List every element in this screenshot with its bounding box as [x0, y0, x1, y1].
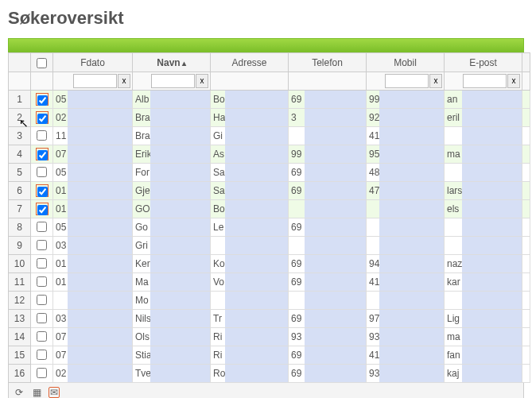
row-checkbox[interactable]	[37, 350, 47, 360]
redaction-mask	[68, 200, 132, 218]
cell-navn: Gje	[133, 182, 211, 200]
row-checkbox[interactable]	[37, 331, 47, 342]
cell-epost: an	[445, 91, 522, 109]
redaction-mask	[68, 91, 132, 108]
cell-telefon: 69	[289, 365, 367, 383]
col-adresse[interactable]: Adresse	[211, 53, 289, 72]
col-fdato[interactable]: Fdato	[53, 53, 133, 72]
filter-fdato-input[interactable]	[73, 74, 117, 88]
redaction-mask	[305, 365, 366, 382]
cell-checkbox[interactable]	[31, 127, 53, 145]
refresh-icon[interactable]: ⟳	[14, 387, 25, 398]
cell-mobil: 94	[367, 255, 445, 273]
cell-checkbox[interactable]	[31, 145, 53, 164]
cell-epost: naz	[445, 255, 522, 273]
cell-fdato	[53, 292, 133, 310]
table-row[interactable]: 805GoLe69	[9, 218, 530, 237]
redaction-mask	[379, 200, 444, 218]
cell-checkbox[interactable]	[31, 182, 53, 200]
table-row[interactable]: 1507StiaRi6941fan	[9, 346, 530, 365]
row-checkbox[interactable]	[37, 187, 48, 197]
filter-epost-input[interactable]	[463, 74, 507, 88]
filter-mobil-input[interactable]	[385, 74, 429, 88]
redaction-mask	[305, 127, 366, 145]
redaction-mask	[379, 255, 444, 272]
cell-telefon: 69	[289, 91, 367, 109]
row-checkbox[interactable]	[37, 295, 47, 305]
table-row[interactable]: 1303NilsTr6997Lig	[9, 310, 530, 328]
table-row[interactable]: 1602TveRo6993kaj	[9, 365, 530, 383]
col-navn[interactable]: Navn▴	[133, 53, 211, 72]
cell-navn: Gri	[133, 237, 211, 255]
filter-mobil-clear[interactable]: x	[429, 74, 442, 88]
table-row[interactable]: 311BraGi41	[9, 127, 530, 145]
table-row[interactable]: 12Mo	[9, 292, 530, 310]
filter-navn-clear[interactable]: x	[196, 74, 208, 88]
row-checkbox[interactable]	[37, 167, 47, 177]
cell-checkbox[interactable]	[31, 218, 53, 237]
filter-blank1	[9, 72, 31, 91]
redaction-mask	[379, 91, 444, 108]
row-checkbox[interactable]	[37, 368, 47, 378]
cell-checkbox[interactable]	[31, 237, 53, 255]
table-row[interactable]: 505ForSa6948	[9, 164, 530, 182]
redaction-mask	[305, 91, 366, 108]
cell-checkbox[interactable]	[31, 328, 53, 346]
cell-checkbox[interactable]	[31, 255, 53, 273]
cell-checkbox[interactable]	[31, 91, 53, 109]
cell-checkbox[interactable]	[31, 292, 53, 310]
cell-checkbox[interactable]	[31, 200, 53, 218]
cell-fdato: 02	[53, 109, 133, 127]
table-row[interactable]: 1407OlsRi9393ma	[9, 328, 530, 346]
cell-checkbox[interactable]	[31, 310, 53, 328]
cell-fdato: 01	[53, 255, 133, 273]
row-checkbox[interactable]	[37, 258, 47, 269]
grid-icon[interactable]: ▦	[31, 387, 42, 398]
col-telefon[interactable]: Telefon	[289, 53, 367, 72]
cell-rownum: 6	[9, 182, 31, 200]
cell-checkbox[interactable]	[31, 346, 53, 365]
cell-extra	[522, 182, 530, 200]
redaction-mask	[462, 292, 522, 309]
filter-navn-input[interactable]	[151, 74, 195, 88]
cell-mobil: 93	[367, 328, 445, 346]
cell-epost: fan	[445, 346, 522, 365]
row-checkbox[interactable]	[37, 130, 47, 141]
table-row[interactable]: 105AlbBo6999an	[9, 91, 530, 109]
cell-mobil: 41	[367, 127, 445, 145]
table-row[interactable]: 1001KerKo6994naz	[9, 255, 530, 273]
table-row[interactable]: 903Gri	[9, 237, 530, 255]
row-checkbox[interactable]	[37, 313, 47, 323]
cell-adresse: Gi	[211, 127, 289, 145]
row-checkbox[interactable]	[37, 276, 47, 287]
row-checkbox[interactable]	[37, 114, 48, 124]
cell-checkbox[interactable]	[31, 273, 53, 292]
table-row[interactable]: 202BraHa392eril	[9, 109, 530, 127]
col-epost[interactable]: E-post	[445, 53, 522, 72]
cell-checkbox[interactable]	[31, 109, 53, 127]
table-row[interactable]: 701GOBoels	[9, 200, 530, 218]
applicants-table: Fdato Navn▴ Adresse Telefon Mobil E-post…	[8, 52, 530, 383]
filter-fdato-clear[interactable]: x	[118, 74, 130, 88]
col-mobil[interactable]: Mobil	[367, 53, 445, 72]
cell-rownum: 14	[9, 328, 31, 346]
table-row[interactable]: 1101MaVo6941kar	[9, 273, 530, 292]
col-select-all[interactable]	[31, 53, 53, 72]
row-checkbox[interactable]	[37, 205, 48, 215]
cell-checkbox[interactable]	[31, 365, 53, 383]
row-checkbox[interactable]	[37, 95, 48, 106]
table-row[interactable]: 601GjeSa6947lars	[9, 182, 530, 200]
row-checkbox[interactable]	[37, 240, 47, 250]
select-all-checkbox[interactable]	[37, 58, 47, 68]
cell-checkbox[interactable]	[31, 164, 53, 182]
redaction-mask	[68, 292, 132, 309]
cell-extra	[522, 164, 530, 182]
redaction-mask	[225, 328, 288, 346]
table-row[interactable]: 407ErikAs9995ma	[9, 145, 530, 164]
mail-icon[interactable]: ✉	[49, 387, 60, 398]
filter-epost-clear[interactable]: x	[507, 74, 520, 88]
row-checkbox[interactable]	[37, 150, 48, 160]
row-checkbox[interactable]	[37, 222, 47, 232]
redaction-mask	[462, 182, 522, 199]
redaction-mask	[462, 91, 522, 108]
